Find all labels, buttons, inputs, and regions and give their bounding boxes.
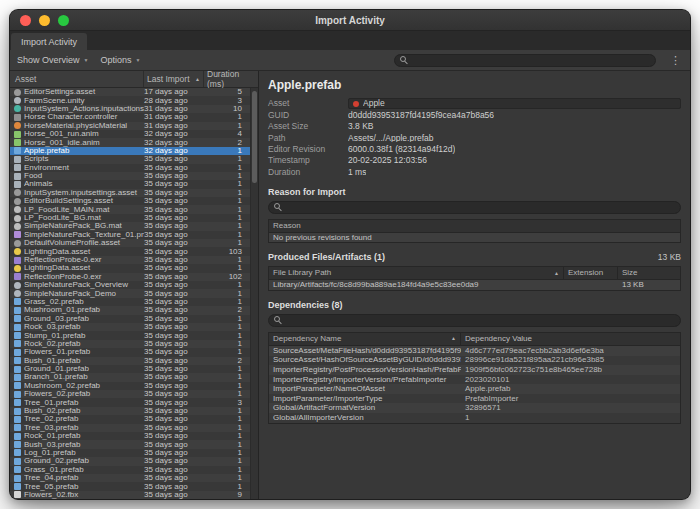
table-row[interactable]: SimpleNaturePack_Overview 35 days ago 1: [10, 281, 258, 289]
toolbar-search-field[interactable]: [394, 54, 656, 67]
zoom-window-button[interactable]: [58, 15, 69, 26]
titlebar[interactable]: Import Activity: [10, 10, 690, 31]
asset-name: Tree_04.prefab: [24, 474, 144, 482]
table-row[interactable]: Rock_02.prefab 35 days ago 1: [10, 340, 258, 348]
table-row[interactable]: Log_01.prefab 35 days ago 1: [10, 449, 258, 457]
table-row[interactable]: Tree_05.prefab 35 days ago 1: [10, 482, 258, 490]
asset-list-scrollbar[interactable]: [250, 88, 258, 499]
table-row[interactable]: Global/AllImporterVersion 1: [269, 413, 680, 423]
table-row[interactable]: LightingData.asset 35 days ago 103: [10, 247, 258, 255]
table-row[interactable]: Ground_02.prefab 35 days ago 1: [10, 457, 258, 465]
table-row[interactable]: ImporterRegistry/PostProcessorVersionHas…: [269, 365, 680, 375]
column-header-dependency-name[interactable]: Dependency Name ▲: [269, 333, 461, 345]
table-row[interactable]: Horse Character.controller 31 days ago 1: [10, 113, 258, 121]
table-row[interactable]: Scripts 35 days ago 1: [10, 155, 258, 163]
column-header-reason[interactable]: Reason: [269, 220, 680, 232]
close-window-button[interactable]: [20, 15, 31, 26]
artifact-extension: [564, 280, 618, 290]
table-row[interactable]: Stump_01.prefab 35 days ago 1: [10, 331, 258, 339]
table-row[interactable]: No previous revisions found: [269, 233, 680, 243]
table-row[interactable]: Environment 35 days ago 1: [10, 164, 258, 172]
asset-name: Animals: [24, 180, 144, 188]
table-row[interactable]: Animals 35 days ago 1: [10, 180, 258, 188]
asset-name: Grass_01.prefab: [24, 466, 144, 474]
asset-last-import: 35 days ago: [144, 214, 204, 222]
dependencies-search-field[interactable]: [268, 314, 681, 327]
table-row[interactable]: ReflectionProbe-0.exr 35 days ago 1: [10, 256, 258, 264]
tab-import-activity[interactable]: Import Activity: [11, 33, 87, 50]
toolbar-search-input[interactable]: [412, 55, 650, 66]
table-row[interactable]: SimpleNaturePack_BG.mat 35 days ago 1: [10, 222, 258, 230]
scrollbar-thumb[interactable]: [252, 91, 257, 183]
asset-last-import: 35 days ago: [144, 415, 204, 423]
table-row[interactable]: Mushroom_02.prefab 35 days ago 1: [10, 382, 258, 390]
column-header-last-import[interactable]: Last Import ▲: [144, 71, 204, 87]
pane-menu-icon[interactable]: ⋮: [668, 55, 683, 66]
column-header-file-library-path[interactable]: File Library Path ▲: [269, 267, 564, 279]
table-row[interactable]: Branch_01.prefab 35 days ago 1: [10, 373, 258, 381]
table-row[interactable]: Tree_02.prefab 35 days ago 1: [10, 415, 258, 423]
table-row[interactable]: ImportParameter/NameOfAsset Apple.prefab: [269, 384, 680, 394]
table-row[interactable]: Tree_01.prefab 35 days ago 3: [10, 398, 258, 406]
show-overview-dropdown[interactable]: Show Overview ▼: [17, 55, 88, 65]
table-row[interactable]: Library/Artifacts/fc/8c8d99ba889ae184fd4…: [269, 280, 680, 290]
column-header-size[interactable]: Size: [618, 267, 680, 279]
asset-last-import: 35 days ago: [144, 306, 204, 314]
column-header-extension[interactable]: Extension: [564, 267, 618, 279]
table-row[interactable]: Food 35 days ago 1: [10, 172, 258, 180]
table-row[interactable]: SourceAsset/HashOfSourceAssetByGUID/d0dd…: [269, 356, 680, 366]
table-row[interactable]: Horse_001_idle.anim 32 days ago 2: [10, 138, 258, 146]
table-row[interactable]: Bush_01.prefab 35 days ago 2: [10, 357, 258, 365]
asset-object-field[interactable]: Apple: [348, 98, 681, 109]
table-row[interactable]: Horse_001_run.anim 32 days ago 4: [10, 130, 258, 138]
table-row[interactable]: LightingData.asset 35 days ago 1: [10, 264, 258, 272]
table-row[interactable]: InputSystem_Actions.inputactions 31 days…: [10, 105, 258, 113]
asset-type-icon: [14, 466, 21, 473]
table-row[interactable]: EditorSettings.asset 17 days ago 5: [10, 88, 258, 96]
table-row[interactable]: InputSystem.inputsettings.asset 35 days …: [10, 189, 258, 197]
dependencies-search-input[interactable]: [286, 315, 675, 326]
table-row[interactable]: Ground_03.prefab 35 days ago 1: [10, 315, 258, 323]
table-row[interactable]: LP_FoodLite_MAIN.mat 35 days ago 1: [10, 205, 258, 213]
table-row[interactable]: SourceAsset/MetaFileHash/d0ddd93953187fd…: [269, 346, 680, 356]
minimize-window-button[interactable]: [39, 15, 50, 26]
table-row[interactable]: SimpleNaturePack_Texture_01.png 35 days …: [10, 231, 258, 239]
table-row[interactable]: Tree_03.prefab 35 days ago 1: [10, 424, 258, 432]
table-row[interactable]: Bush_02.prefab 35 days ago 1: [10, 407, 258, 415]
column-header-dependency-value[interactable]: Dependency Value: [461, 333, 680, 345]
table-row[interactable]: Grass_01.prefab 35 days ago 1: [10, 466, 258, 474]
asset-type-icon: [14, 89, 21, 96]
table-row[interactable]: Bush_03.prefab 35 days ago 1: [10, 440, 258, 448]
table-row[interactable]: Grass_02.prefab 35 days ago 1: [10, 298, 258, 306]
asset-type-icon: [14, 449, 21, 456]
table-row[interactable]: Global/ArtifactFormatVersion 32896571: [269, 403, 680, 413]
table-row[interactable]: DefaultVolumeProfile.asset 35 days ago 1: [10, 239, 258, 247]
options-dropdown[interactable]: Options ▼: [100, 55, 140, 65]
table-row[interactable]: ImporterRegistry/ImporterVersion/PrefabI…: [269, 375, 680, 385]
table-row[interactable]: HorseMaterial.physicMaterial 31 days ago…: [10, 122, 258, 130]
table-row[interactable]: SimpleNaturePack_Demo 35 days ago 1: [10, 289, 258, 297]
table-row[interactable]: Mushroom_01.prefab 35 days ago 2: [10, 306, 258, 314]
table-row[interactable]: Ground_01.prefab 35 days ago 1: [10, 365, 258, 373]
table-row[interactable]: LP_FoodLite_BG.mat 35 days ago 1: [10, 214, 258, 222]
table-row[interactable]: Flowers_02.prefab 35 days ago 1: [10, 390, 258, 398]
table-row[interactable]: FarmScene.unity 28 days ago 3: [10, 96, 258, 104]
field-editor-revision: Editor Revision 6000.0.38f1 (82314a94f12…: [268, 144, 681, 155]
asset-type-icon: [14, 131, 21, 138]
toolbar: Show Overview ▼ Options ▼ ⋮: [10, 50, 690, 71]
column-header-asset[interactable]: Asset: [10, 71, 144, 87]
table-row[interactable]: Apple.prefab 32 days ago 1: [10, 147, 258, 155]
table-row[interactable]: Rock_01.prefab 35 days ago 1: [10, 432, 258, 440]
table-row[interactable]: EditorBuildSettings.asset 35 days ago 1: [10, 197, 258, 205]
table-row[interactable]: Flowers_02.fbx 35 days ago 9: [10, 491, 258, 499]
table-row[interactable]: ImportParameter/ImporterType PrefabImpor…: [269, 394, 680, 404]
table-row[interactable]: Flowers_01.prefab 35 days ago 1: [10, 348, 258, 356]
table-row[interactable]: Rock_03.prefab 35 days ago 1: [10, 323, 258, 331]
dependency-value: 2023020101: [461, 375, 680, 385]
reason-search-field[interactable]: [268, 201, 681, 214]
asset-name: Apple.prefab: [24, 147, 144, 155]
reason-search-input[interactable]: [286, 202, 675, 213]
table-row[interactable]: Tree_04.prefab 35 days ago 1: [10, 474, 258, 482]
table-row[interactable]: ReflectionProbe-0.exr 35 days ago 102: [10, 273, 258, 281]
column-header-duration[interactable]: Duration (ms): [204, 71, 258, 87]
